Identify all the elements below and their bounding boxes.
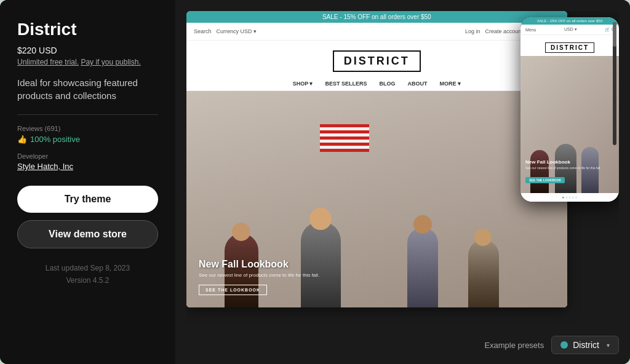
mobile-hero-title: New Fall Lookbook (525, 159, 601, 165)
menu-bestsellers[interactable]: BEST SELLERS (325, 81, 367, 87)
free-trial-text: Unlimited free trial. Pay if you publish… (17, 58, 158, 66)
meta-info: Last updated Sep 8, 2023 Version 4.5.2 (17, 262, 158, 287)
free-trial-suffix: Pay if you publish. (81, 58, 140, 66)
version: Version 4.5.2 (17, 274, 158, 287)
reviews-label: Reviews (691) (17, 125, 158, 132)
login-link[interactable]: Log in (465, 28, 480, 34)
store-banner: SALE - 15% OFF on all orders over $50 (186, 11, 567, 23)
mobile-nav: Menu USD ▾ 🛒 0 (520, 25, 619, 35)
bottom-bar: Example presets District ▾ (186, 330, 619, 354)
mobile-carousel-dots: ● ○ ○ ○ ○ (520, 193, 619, 202)
last-updated: Last updated Sep 8, 2023 (17, 262, 158, 274)
person-4 (468, 240, 499, 307)
mobile-hero-subtitle: See our newest line of products come to … (525, 166, 601, 170)
flag-stripes (320, 124, 369, 152)
hero-cta-button[interactable]: SEE THE LOOKBOOK (199, 285, 267, 295)
reviews-positive: 100% positive (30, 135, 80, 144)
developer-value: Style Hatch, Inc (17, 162, 158, 171)
mobile-banner: SALE - 15% OFF on all orders over $50 (520, 17, 619, 25)
menu-about[interactable]: ABOUT (407, 81, 427, 87)
mobile-screen: SALE - 15% OFF on all orders over $50 Me… (520, 17, 619, 202)
chevron-down-icon: ▾ (607, 342, 610, 349)
menu-blog[interactable]: BLOG (379, 81, 395, 87)
reviews-value: 👍 100% positive (17, 135, 158, 144)
example-presets-label: Example presets (484, 341, 544, 350)
store-logo: DISTRICT (333, 50, 421, 72)
theme-title: District (17, 20, 158, 39)
mobile-hero-content: New Fall Lookbook See our newest line of… (525, 159, 601, 184)
preset-color-dot (560, 341, 568, 349)
mobile-preview: SALE - 15% OFF on all orders over $50 Me… (520, 17, 619, 202)
scrollbar-thumb[interactable] (613, 22, 616, 47)
person-3 (407, 228, 438, 307)
scrollbar[interactable] (613, 22, 616, 145)
hero-flag (320, 124, 369, 152)
preset-name: District (573, 340, 599, 350)
search-label: Search (194, 28, 212, 34)
divider (17, 114, 158, 115)
mobile-hero: New Fall Lookbook See our newest line of… (520, 56, 619, 193)
store-nav: Search Currency USD ▾ Log in Create acco… (186, 23, 567, 41)
hero-subtitle: See our newest line of products come to … (199, 272, 319, 278)
store-menu: SHOP ▾ BEST SELLERS BLOG ABOUT MORE ▾ (186, 77, 567, 91)
view-demo-button[interactable]: View demo store (17, 220, 158, 248)
app-window: District $220 USD Unlimited free trial. … (0, 0, 630, 364)
preview-panel: SALE - 15% OFF on all orders over $50 Se… (175, 0, 630, 364)
hero-overlay: New Fall Lookbook See our newest line of… (199, 259, 319, 295)
mobile-currency[interactable]: USD ▾ (564, 27, 577, 32)
nav-left: Search Currency USD ▾ (194, 28, 257, 34)
theme-info-panel: District $220 USD Unlimited free trial. … (0, 0, 175, 364)
theme-price: $220 USD (17, 46, 158, 55)
theme-description: Ideal for showcasing featured products a… (17, 76, 158, 102)
preset-selector[interactable]: District ▾ (551, 336, 619, 354)
currency-selector[interactable]: Currency USD ▾ (217, 28, 257, 34)
free-trial-underline: Unlimited free trial. (17, 58, 79, 66)
menu-more[interactable]: MORE ▾ (439, 81, 461, 87)
mobile-menu[interactable]: Menu (525, 28, 536, 32)
store-hero: New Fall Lookbook See our newest line of… (186, 91, 567, 307)
developer-label: Developer (17, 152, 158, 160)
try-theme-button[interactable]: Try theme (17, 186, 158, 213)
mobile-logo-area: DISTRICT (520, 35, 619, 56)
preview-container: SALE - 15% OFF on all orders over $50 Se… (186, 11, 619, 330)
hero-title: New Fall Lookbook (199, 259, 319, 270)
desktop-preview: SALE - 15% OFF on all orders over $50 Se… (186, 11, 567, 307)
thumbs-up-icon: 👍 (17, 135, 27, 144)
create-account-link[interactable]: Create account (485, 28, 523, 34)
mobile-cta-button[interactable]: SEE THE LOOKBOOK (525, 177, 565, 183)
store-logo-area: DISTRICT (186, 41, 567, 77)
mobile-logo: DISTRICT (545, 42, 594, 53)
menu-shop[interactable]: SHOP ▾ (293, 81, 313, 87)
